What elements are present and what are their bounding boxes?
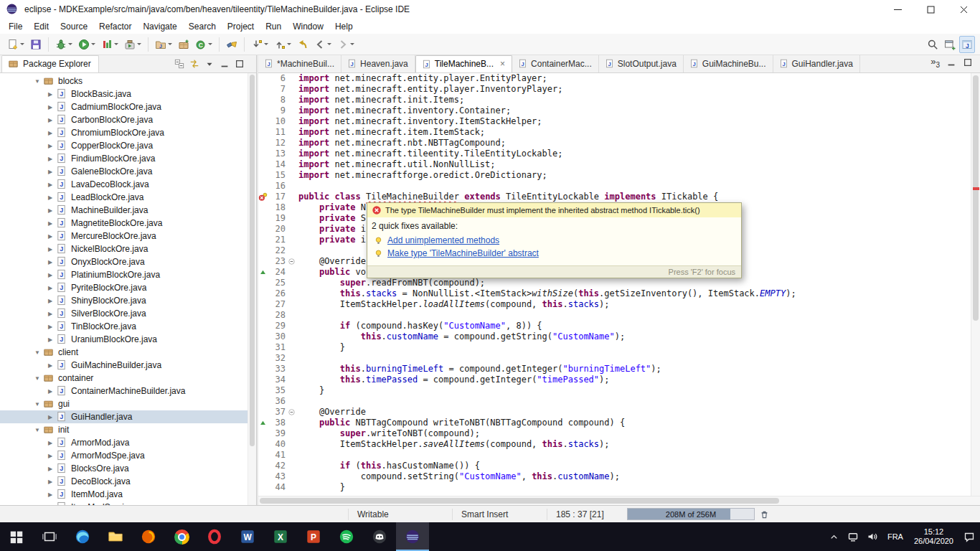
collapse-arrow-icon[interactable]: ▼ <box>32 375 43 382</box>
word-taskbar-button[interactable]: W <box>231 522 264 551</box>
external-tools-button[interactable] <box>122 36 143 53</box>
tree-item-armormod-java[interactable]: ▶JArmorMod.java <box>0 436 256 449</box>
fold-collapse-icon[interactable] <box>288 258 296 265</box>
spotify-taskbar-button[interactable] <box>330 522 363 551</box>
expand-arrow-icon[interactable]: ▶ <box>44 298 56 304</box>
maximize-view-button[interactable] <box>235 59 245 69</box>
tree-item-silverblockore-java[interactable]: ▶JSilverBlockOre.java <box>0 307 256 320</box>
forward-button[interactable] <box>335 36 357 53</box>
hidden-editors-indicator[interactable]: »3 <box>930 56 940 69</box>
fold-collapse-icon[interactable] <box>288 408 296 416</box>
menu-run[interactable]: Run <box>260 20 287 33</box>
code-line-34[interactable]: 34 this.timePassed = compound.getInteger… <box>258 375 971 385</box>
code-line-40[interactable]: 40 ItemStackHelper.saveAllItems(compound… <box>258 439 971 450</box>
expand-arrow-icon[interactable]: ▶ <box>44 453 56 459</box>
quick-fix-link[interactable]: Make type 'TileMachineBuilder' abstract <box>387 248 539 258</box>
next-annotation-button[interactable] <box>249 36 270 53</box>
code-line-31[interactable]: 31 } <box>258 342 971 353</box>
tree-item-init[interactable]: ▼init <box>0 423 256 436</box>
run-garbage-collector-button[interactable] <box>759 509 770 519</box>
minimize-editor-button[interactable] <box>946 57 956 67</box>
tree-item-container[interactable]: ▼container <box>0 372 256 385</box>
new-wizard-dropdown-arrow[interactable] <box>20 43 24 45</box>
new-java-project-button[interactable]: J <box>153 36 174 53</box>
package-explorer-tab[interactable]: Package Explorer <box>1 55 99 72</box>
tree-item-galeneblockore-java[interactable]: ▶JGaleneBlockOre.java <box>0 165 256 178</box>
tree-item-tinblockore-java[interactable]: ▶JTinBlockOre.java <box>0 320 256 333</box>
menu-edit[interactable]: Edit <box>28 20 55 33</box>
debug-dropdown-arrow[interactable] <box>68 43 72 45</box>
expand-arrow-icon[interactable]: ▶ <box>44 233 56 240</box>
tree-item-armormodspe-java[interactable]: ▶JArmorModSpe.java <box>0 449 256 462</box>
eclipse-taskbar-button[interactable] <box>396 522 429 551</box>
hidden-icons-chevron[interactable] <box>824 522 844 551</box>
close-tab-icon[interactable]: × <box>500 60 505 67</box>
code-line-39[interactable]: 39 super.writeToNBT(compound); <box>258 428 971 439</box>
code-line-15[interactable]: 15import net.minecraftforge.oredict.OreD… <box>258 170 971 181</box>
code-line-17[interactable]: 17public class TileMachineBuilder extend… <box>258 192 971 202</box>
run-button[interactable] <box>76 36 98 53</box>
editor-tab-heaven-java[interactable]: JHeaven.java <box>341 55 415 72</box>
tree-item-chromiumblockore-java[interactable]: ▶JChromiumBlockOre.java <box>0 126 256 139</box>
expand-arrow-icon[interactable]: ▶ <box>44 130 56 136</box>
menu-source[interactable]: Source <box>55 20 93 33</box>
minimize-view-button[interactable] <box>220 59 230 69</box>
tree-item-pyriteblockore-java[interactable]: ▶JPyriteBlockOre.java <box>0 281 256 294</box>
collapse-arrow-icon[interactable]: ▼ <box>32 427 43 433</box>
code-line-27[interactable]: 27 ItemStackHelper.loadAllItems(compound… <box>258 299 971 310</box>
tree-item-machinebuilder-java[interactable]: ▶JMachineBuilder.java <box>0 204 256 217</box>
firefox-taskbar-button[interactable] <box>132 522 165 551</box>
expand-arrow-icon[interactable]: ▶ <box>44 246 56 253</box>
previous-annotation-button[interactable] <box>272 36 293 53</box>
tree-item-itemmod-java[interactable]: ▶JItemMod.java <box>0 488 256 501</box>
expand-arrow-icon[interactable]: ▶ <box>44 479 56 485</box>
code-line-10[interactable]: 10import net.minecraft.inventory.ItemSta… <box>258 116 971 127</box>
external-tools-dropdown-arrow[interactable] <box>137 43 141 45</box>
explorer-scrollbar[interactable] <box>248 73 256 505</box>
expand-arrow-icon[interactable]: ▶ <box>44 388 56 395</box>
editor-tab-tilemachineb-[interactable]: JTileMachineB...× <box>415 55 512 72</box>
code-line-11[interactable]: 11import net.minecraft.item.ItemStack; <box>258 127 971 138</box>
editor-tab-containermac-[interactable]: JContainerMac... <box>512 55 599 72</box>
tree-item-platiniumblockore-java[interactable]: ▶JPlatiniumBlockOre.java <box>0 268 256 281</box>
tree-item-lavadecoblock-java[interactable]: ▶JLavaDecoBlock.java <box>0 178 256 191</box>
code-line-42[interactable]: 42 if (this.hasCustomName()) { <box>258 461 971 471</box>
coverage-button[interactable] <box>99 36 121 53</box>
tree-item-onyxblockore-java[interactable]: ▶JOnyxBlockOre.java <box>0 255 256 268</box>
collapse-all-button[interactable] <box>174 59 184 69</box>
code-line-13[interactable]: 13import net.minecraft.tileentity.TileEn… <box>258 149 971 159</box>
expand-arrow-icon[interactable]: ▶ <box>44 91 56 98</box>
link-with-editor-button[interactable] <box>189 59 199 69</box>
discord-taskbar-button[interactable] <box>363 522 396 551</box>
tree-item-findiumblockore-java[interactable]: ▶JFindiumBlockOre.java <box>0 152 256 165</box>
start-taskbar-button[interactable] <box>0 522 33 551</box>
window-close-button[interactable] <box>947 0 980 19</box>
tree-item-mercureblockore-java[interactable]: ▶JMercureBlockOre.java <box>0 230 256 242</box>
tree-item-nickelblockore-java[interactable]: ▶JNickelBlockOre.java <box>0 242 256 255</box>
code-line-12[interactable]: 12import net.minecraft.nbt.NBTTagCompoun… <box>258 138 971 149</box>
next-annotation-dropdown-arrow[interactable] <box>264 43 268 45</box>
keyboard-language[interactable]: FRA <box>882 532 908 541</box>
expand-arrow-icon[interactable]: ▶ <box>44 466 56 472</box>
expand-arrow-icon[interactable]: ▶ <box>44 156 56 162</box>
quick-fix-make-abstract[interactable]: Make type 'TileMachineBuilder' abstract <box>374 248 737 258</box>
tree-item-blocksore-java[interactable]: ▶JBlocksOre.java <box>0 462 256 475</box>
tree-item-decoblock-java[interactable]: ▶JDecoBlock.java <box>0 475 256 488</box>
code-line-38[interactable]: 38 public NBTTagCompound writeToNBT(NBTT… <box>258 418 971 428</box>
forward-dropdown-arrow[interactable] <box>350 43 354 45</box>
new-wizard-button[interactable] <box>5 36 27 53</box>
editor-horizontal-scrollbar[interactable] <box>258 496 980 505</box>
menu-window[interactable]: Window <box>287 20 329 33</box>
code-line-9[interactable]: 9import net.minecraft.inventory.Containe… <box>258 105 971 116</box>
quick-search-button[interactable] <box>925 36 941 53</box>
code-line-25[interactable]: 25 super.readFromNBT(compound); <box>258 278 971 288</box>
code-line-26[interactable]: 26 this.stacks = NonNullList.<ItemStack>… <box>258 288 971 299</box>
window-maximize-button[interactable] <box>914 0 947 19</box>
tree-item-blocks[interactable]: ▼blocks <box>0 75 256 88</box>
collapse-arrow-icon[interactable]: ▼ <box>32 401 43 408</box>
opera-taskbar-button[interactable] <box>198 522 231 551</box>
tree-item-guihandler-java[interactable]: ▶JGuiHandler.java <box>0 410 256 423</box>
code-area[interactable]: 6import net.minecraft.entity.player.Enti… <box>258 73 971 496</box>
editor-vertical-scrollbar[interactable] <box>971 73 980 496</box>
expand-arrow-icon[interactable]: ▶ <box>44 324 56 330</box>
